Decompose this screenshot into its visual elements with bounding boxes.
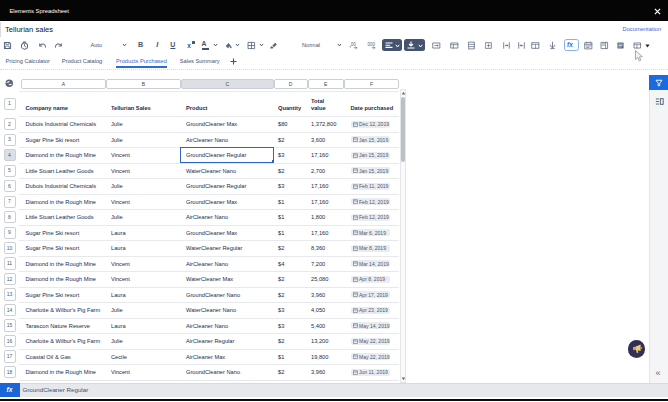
svg-text:000: 000 xyxy=(367,42,375,47)
svg-text:00: 00 xyxy=(350,42,356,47)
